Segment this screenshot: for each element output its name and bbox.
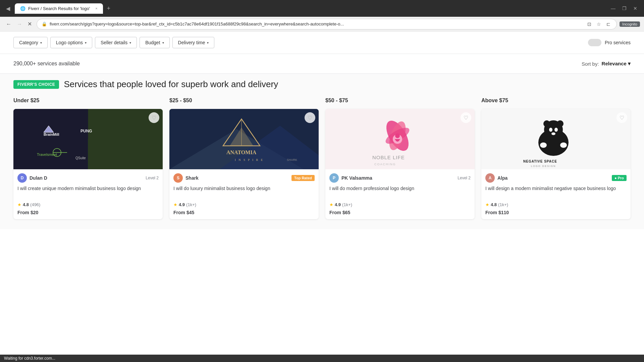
svg-text:COACHING: COACHING [374,163,396,166]
pro-services-toggle: Pro services [588,39,631,46]
card-thumbnail-0: BrainMill PUNG Travelsmeet QSuite [13,109,163,169]
active-tab[interactable]: 🌐 Fiverr / Search Results for 'logo' × [15,3,103,14]
chevron-down-icon: ▾ [85,41,87,45]
price-label-0: Under $25 [13,98,163,104]
tab-title: Fiverr / Search Results for 'logo' [28,6,90,11]
status-text: Waiting for cdn3.forter.com... [4,356,55,361]
rating-score-2: 4.9 [335,202,341,207]
nav-controls: ← → ✕ [4,19,34,28]
svg-point-30 [543,120,550,127]
reload-btn[interactable]: ✕ [25,19,34,28]
rating-score-3: 4.8 [491,202,497,207]
rating-score-1: 4.9 [179,202,185,207]
svg-text:PUNG: PUNG [80,129,92,133]
star-icon-2: ★ [329,202,333,207]
service-card-1[interactable]: ANATOMIA I N S P I R E SHARK ♡ S Shark [169,109,319,219]
delivery-time-filter[interactable]: Delivery time ▾ [172,37,215,48]
seller-name-1: Shark [185,175,199,181]
price-categories: Under $25 BrainMill PUNG Travelsmeet QSu… [13,98,631,219]
url-text: fiverr.com/search/gigs?query=logo&source… [50,21,583,26]
price-category-under25: Under $25 BrainMill PUNG Travelsmeet QSu… [13,98,163,219]
service-card-3[interactable]: NEGATIVE SPACE LOGO DESIGN ♡ A Alpa ● Pr… [481,109,631,219]
seller-info-1: S Shark [173,173,199,183]
svg-text:NEGATIVE SPACE: NEGATIVE SPACE [523,160,557,163]
rating-score-0: 4.8 [23,202,29,207]
tab-close-btn[interactable]: × [95,6,97,10]
price-category-50-75: $50 - $75 [325,98,475,219]
svg-text:Travelsmeet: Travelsmeet [37,153,57,157]
address-bar[interactable]: 🔒 fiverr.com/search/gigs?query=logo&sour… [37,19,617,29]
card-rating-2: ★ 4.9 (1k+) [329,202,471,207]
seller-info-2: P PK Valsamma [329,173,372,183]
card-price-1: From $45 [173,210,315,215]
card-rating-1: ★ 4.9 (1k+) [173,202,315,207]
card-desc-0: I will create unique modern minimalist b… [17,185,159,199]
featured-header: FIVERR'S CHOICE Services that people lov… [13,79,631,89]
profile-icon[interactable]: ⊏ [605,21,612,27]
chevron-down-icon: ▾ [162,41,164,45]
wishlist-btn-3[interactable]: ♡ [616,112,627,123]
forward-btn[interactable]: → [15,19,24,28]
seller-badge-2: Level 2 [458,176,471,180]
card-image-2: NOBLE LIFE COACHING ♡ [325,109,475,169]
back-btn[interactable]: ← [4,19,13,28]
card-thumbnail-2: NOBLE LIFE COACHING [325,109,475,169]
avatar-0: D [17,173,27,183]
card-desc-1: I will do luxury minimalist business log… [173,185,315,199]
avatar-1: S [173,173,183,183]
featured-section: FIVERR'S CHOICE Services that people lov… [0,73,644,229]
card-image-0: BrainMill PUNG Travelsmeet QSuite ♡ [13,109,163,169]
seller-badge-0: Level 2 [146,176,159,180]
svg-rect-0 [13,109,88,169]
wishlist-btn-0[interactable]: ♡ [149,112,159,123]
service-card-2[interactable]: NOBLE LIFE COACHING ♡ P PK Valsamma Leve… [325,109,475,219]
svg-point-36 [560,142,567,148]
card-price-0: From $20 [17,210,159,215]
service-card-0[interactable]: BrainMill PUNG Travelsmeet QSuite ♡ [13,109,163,219]
incognito-badge: Incognito [620,21,640,27]
maximize-btn[interactable]: ❐ [620,4,629,12]
star-icon-3: ★ [485,202,489,207]
rating-count-2: (1k+) [342,202,352,207]
card-price-3: From $110 [485,210,627,215]
results-count: 290,000+ services available [13,61,80,67]
addr-icons: ⊡ ☆ ⊏ [586,21,612,27]
seller-badge-1: Top Rated [291,175,315,181]
card-thumbnail-3: NEGATIVE SPACE LOGO DESIGN [481,109,631,169]
status-bar: Waiting for cdn3.forter.com... [0,355,644,362]
tab-back-btn[interactable]: ◀ [4,4,12,13]
sort-dropdown[interactable]: Relevance ▾ [602,61,631,67]
svg-point-24 [395,133,400,138]
pro-services-switch[interactable] [588,39,601,46]
close-btn[interactable]: ✕ [631,4,640,12]
svg-point-34 [551,132,555,135]
chevron-down-icon: ▾ [40,41,42,45]
wishlist-btn-2[interactable]: ♡ [461,112,471,123]
seller-badge-3: ● Pro [612,175,627,181]
bookmark-icon[interactable]: ☆ [595,21,602,27]
budget-filter[interactable]: Budget ▾ [140,37,169,48]
price-category-above75: Above $75 [481,98,631,219]
chevron-down-icon: ▾ [628,61,631,66]
chevron-down-icon: ▾ [207,41,209,45]
star-icon-0: ★ [17,202,21,207]
svg-text:SHARK: SHARK [287,158,297,162]
seller-info-3: A Alpa [485,173,507,183]
price-label-3: Above $75 [481,98,631,104]
category-filter[interactable]: Category ▾ [13,37,48,48]
tab-favicon: 🌐 [20,6,25,11]
featured-title: Services that people loved for superb wo… [64,79,278,89]
minimize-btn[interactable]: — [608,4,618,12]
screen-capture-icon[interactable]: ⊡ [586,21,593,27]
seller-row-2: P PK Valsamma Level 2 [329,173,471,183]
seller-details-filter[interactable]: Seller details ▾ [95,37,137,48]
logo-options-filter[interactable]: Logo options ▾ [50,37,92,48]
card-body-1: S Shark Top Rated I will do luxury minim… [169,169,319,219]
chevron-down-icon: ▾ [129,41,131,45]
card-body-3: A Alpa ● Pro I will design a modern mini… [481,169,631,219]
card-price-2: From $65 [329,210,471,215]
wishlist-btn-1[interactable]: ♡ [305,112,315,123]
new-tab-btn[interactable]: + [104,4,113,13]
sort-bar: Sort by: Relevance ▾ [582,61,631,67]
browser-chrome: ◀ 🌐 Fiverr / Search Results for 'logo' ×… [0,0,644,17]
